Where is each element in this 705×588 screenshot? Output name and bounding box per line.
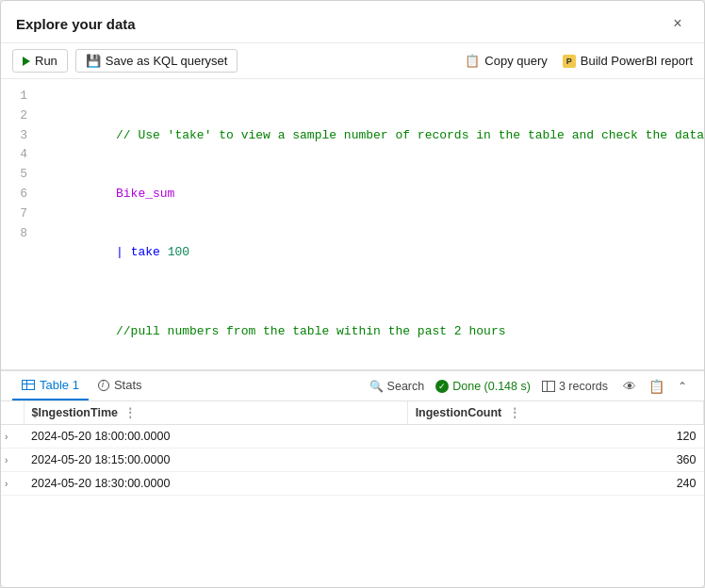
- col-ingestion-count-header[interactable]: IngestionCount: [407, 401, 703, 425]
- sort-ingestion-count[interactable]: [509, 406, 518, 416]
- toolbar-right: 📋 Copy query P Build PowerBI report: [465, 54, 693, 68]
- code-line-7: Bike_sum: [42, 361, 704, 370]
- cell-count-3: 240: [407, 472, 703, 496]
- action-icons: 👁 📋 ⌃: [619, 376, 693, 397]
- code-lines: // Use 'take' to view a sample number of…: [35, 83, 704, 370]
- tab-table1-label: Table 1: [40, 378, 79, 392]
- run-icon: [23, 57, 30, 66]
- table-row: › 2024-05-20 18:30:00.0000 240: [1, 472, 704, 496]
- code-line-1: [42, 87, 704, 106]
- records-icon: [542, 381, 555, 392]
- status-done: ✓ Done (0.148 s): [435, 380, 531, 393]
- save-label: Save as KQL queryset: [106, 54, 228, 68]
- results-table: $IngestionTime IngestionCount › 2024-05-…: [1, 401, 704, 496]
- run-button[interactable]: Run: [12, 49, 68, 73]
- bottom-panel: Table 1 Stats 🔍 Search ✓ Done (0.148 s) …: [1, 370, 704, 587]
- table-container: $IngestionTime IngestionCount › 2024-05-…: [1, 401, 704, 587]
- save-icon: 💾: [86, 54, 101, 68]
- search-label: Search: [387, 380, 425, 393]
- stats-icon: [98, 380, 109, 391]
- expand-button[interactable]: ⌃: [672, 376, 693, 397]
- copy-label: Copy query: [484, 54, 547, 68]
- powerbi-label: Build PowerBI report: [581, 54, 693, 68]
- code-line-6: //pull numbers from the table within the…: [42, 302, 704, 361]
- build-powerbi-button[interactable]: P Build PowerBI report: [563, 54, 693, 68]
- col-ingestion-time-header[interactable]: $IngestionTime: [24, 401, 407, 425]
- tab-stats[interactable]: Stats: [89, 371, 152, 400]
- code-line-2: // Use 'take' to view a sample number of…: [42, 106, 704, 165]
- visibility-button[interactable]: 👁: [619, 376, 640, 397]
- cell-time-2: 2024-05-20 18:15:00.0000: [24, 449, 407, 472]
- row-expand-1[interactable]: ›: [1, 425, 24, 449]
- search-icon: 🔍: [369, 380, 384, 393]
- run-label: Run: [35, 54, 57, 68]
- row-expand-2[interactable]: ›: [1, 449, 24, 472]
- col-expand-header: [1, 401, 24, 425]
- table-icon: [22, 380, 35, 390]
- code-line-4: | take 100: [42, 224, 704, 283]
- row-expand-3[interactable]: ›: [1, 472, 24, 496]
- line-numbers: 1 2 3 4 5 6 7 8: [1, 83, 35, 370]
- status-area: 🔍 Search ✓ Done (0.148 s) 3 records 👁 📋 …: [369, 376, 693, 397]
- code-editor[interactable]: 1 2 3 4 5 6 7 8 // Use 'take' to view a …: [1, 79, 704, 370]
- dialog-header: Explore your data ×: [1, 1, 704, 43]
- table-row: › 2024-05-20 18:00:00.0000 120: [1, 425, 704, 449]
- cell-time-3: 2024-05-20 18:30:00.0000: [24, 472, 407, 496]
- code-line-3: Bike_sum: [42, 165, 704, 223]
- code-line-5: [42, 283, 704, 302]
- check-icon: ✓: [435, 380, 449, 393]
- sort-ingestion-time[interactable]: [124, 406, 134, 416]
- search-box[interactable]: 🔍 Search: [369, 380, 425, 393]
- cell-count-1: 120: [407, 425, 703, 449]
- done-label: Done (0.148 s): [452, 380, 531, 393]
- copy-query-button[interactable]: 📋 Copy query: [465, 54, 547, 68]
- table-row: › 2024-05-20 18:15:00.0000 360: [1, 449, 704, 472]
- explore-data-dialog: Explore your data × Run 💾 Save as KQL qu…: [0, 0, 705, 588]
- toolbar: Run 💾 Save as KQL queryset 📋 Copy query …: [1, 43, 704, 79]
- dialog-title: Explore your data: [16, 16, 136, 32]
- cell-count-2: 360: [407, 449, 703, 472]
- copy-table-button[interactable]: 📋: [646, 376, 666, 397]
- powerbi-icon: P: [563, 55, 576, 68]
- copy-icon: 📋: [465, 54, 480, 68]
- expand-icon: ⌃: [678, 380, 687, 393]
- tab-stats-label: Stats: [114, 378, 142, 392]
- status-records: 3 records: [542, 380, 608, 393]
- save-kql-button[interactable]: 💾 Save as KQL queryset: [75, 49, 238, 73]
- records-label: 3 records: [559, 380, 608, 393]
- cell-time-1: 2024-05-20 18:00:00.0000: [24, 425, 407, 449]
- tabs-bar: Table 1 Stats 🔍 Search ✓ Done (0.148 s) …: [1, 371, 704, 401]
- tab-table1[interactable]: Table 1: [12, 371, 89, 400]
- close-button[interactable]: ×: [666, 12, 689, 35]
